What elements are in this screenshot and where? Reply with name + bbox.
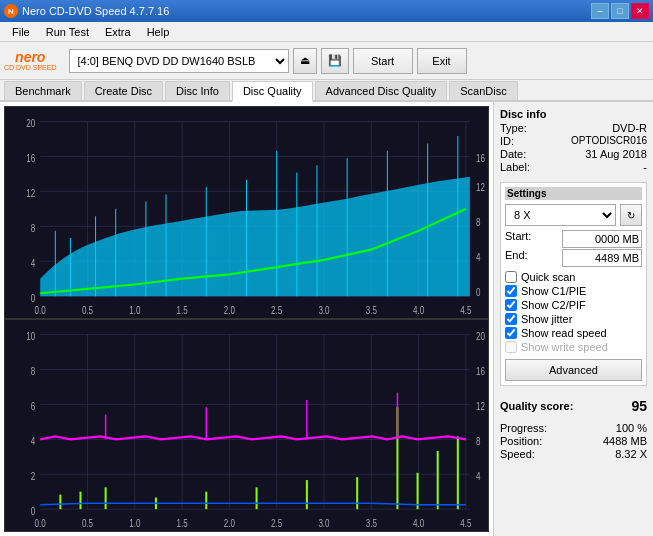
close-button[interactable]: ✕: [631, 3, 649, 19]
svg-text:4: 4: [31, 435, 36, 448]
svg-text:0.5: 0.5: [82, 303, 94, 316]
show-c2-label: Show C2/PIF: [521, 299, 586, 311]
show-c1-label: Show C1/PIE: [521, 285, 586, 297]
svg-text:4.0: 4.0: [413, 516, 425, 529]
svg-text:4: 4: [476, 470, 481, 483]
tab-benchmark[interactable]: Benchmark: [4, 81, 82, 100]
disc-info-section: Disc info Type: DVD-R ID: OPTODISCR016 D…: [500, 108, 647, 174]
svg-text:3.5: 3.5: [366, 516, 378, 529]
tab-scan-disc[interactable]: ScanDisc: [449, 81, 517, 100]
minimize-button[interactable]: –: [591, 3, 609, 19]
progress-label: Progress:: [500, 422, 547, 434]
svg-text:12: 12: [476, 400, 485, 413]
show-read-row: Show read speed: [505, 327, 642, 339]
svg-text:1.0: 1.0: [129, 516, 141, 529]
quality-score-label: Quality score:: [500, 400, 573, 412]
show-write-label: Show write speed: [521, 341, 608, 353]
date-label: Date:: [500, 148, 526, 160]
show-c1-row: Show C1/PIE: [505, 285, 642, 297]
svg-text:3.5: 3.5: [366, 303, 378, 316]
exit-button[interactable]: Exit: [417, 48, 467, 74]
advanced-button[interactable]: Advanced: [505, 359, 642, 381]
refresh-button[interactable]: ↻: [620, 204, 642, 226]
svg-text:4.0: 4.0: [413, 303, 425, 316]
show-c2-checkbox[interactable]: [505, 299, 517, 311]
show-read-checkbox[interactable]: [505, 327, 517, 339]
show-write-checkbox[interactable]: [505, 341, 517, 353]
drive-select[interactable]: [4:0] BENQ DVD DD DW1640 BSLB: [69, 49, 289, 73]
tab-disc-quality[interactable]: Disc Quality: [232, 81, 313, 102]
svg-text:10: 10: [26, 330, 35, 343]
svg-text:2.0: 2.0: [224, 516, 236, 529]
disc-label-value: -: [643, 161, 647, 173]
svg-text:6: 6: [31, 400, 36, 413]
svg-text:4: 4: [476, 251, 481, 264]
show-jitter-row: Show jitter: [505, 313, 642, 325]
title-bar: N Nero CD-DVD Speed 4.7.7.16 – □ ✕: [0, 0, 653, 22]
tab-create-disc[interactable]: Create Disc: [84, 81, 163, 100]
chart1-svg: 20 16 12 8 4 0 16 12 8 4 0 0.0 0.5 1.0 1…: [5, 107, 488, 318]
svg-text:12: 12: [476, 181, 485, 194]
nero-logo-sub: CD·DVD SPEED: [4, 64, 57, 71]
eject-icon: ⏏: [300, 54, 310, 67]
position-label: Position:: [500, 435, 542, 447]
menu-run-test[interactable]: Run Test: [38, 24, 97, 40]
chart2-svg: 10 8 6 4 2 0 20 16 12 8 4 0.0 0.5 1.0 1.…: [5, 320, 488, 531]
svg-text:2.5: 2.5: [271, 303, 283, 316]
nero-logo-text: nero: [15, 50, 45, 64]
end-label: End:: [505, 249, 528, 267]
quick-scan-checkbox[interactable]: [505, 271, 517, 283]
svg-text:2: 2: [31, 470, 36, 483]
app-title: Nero CD-DVD Speed 4.7.7.16: [22, 5, 169, 17]
position-value: 4488 MB: [603, 435, 647, 447]
position-row: Position: 4488 MB: [500, 435, 647, 447]
svg-text:2.5: 2.5: [271, 516, 283, 529]
start-button[interactable]: Start: [353, 48, 413, 74]
menu-bar: File Run Test Extra Help: [0, 22, 653, 42]
svg-text:16: 16: [476, 365, 485, 378]
svg-text:0.0: 0.0: [35, 516, 47, 529]
svg-text:20: 20: [26, 117, 35, 130]
svg-text:16: 16: [476, 152, 485, 165]
toolbar: nero CD·DVD SPEED [4:0] BENQ DVD DD DW16…: [0, 42, 653, 80]
quick-scan-row: Quick scan: [505, 271, 642, 283]
svg-text:3.0: 3.0: [318, 303, 330, 316]
tab-disc-info[interactable]: Disc Info: [165, 81, 230, 100]
charts-area: 20 16 12 8 4 0 16 12 8 4 0 0.0 0.5 1.0 1…: [0, 102, 493, 536]
start-input[interactable]: [562, 230, 642, 248]
progress-section: Progress: 100 % Position: 4488 MB Speed:…: [500, 422, 647, 461]
show-c1-checkbox[interactable]: [505, 285, 517, 297]
svg-rect-52: [5, 320, 488, 531]
start-label: Start:: [505, 230, 531, 248]
menu-help[interactable]: Help: [139, 24, 178, 40]
speed-select[interactable]: 8 X: [505, 204, 616, 226]
maximize-button[interactable]: □: [611, 3, 629, 19]
right-panel: Disc info Type: DVD-R ID: OPTODISCR016 D…: [493, 102, 653, 536]
show-read-label: Show read speed: [521, 327, 607, 339]
speed-value: 8.32 X: [615, 448, 647, 460]
speed-row: 8 X ↻: [505, 204, 642, 226]
show-write-row: Show write speed: [505, 341, 642, 353]
svg-text:1.5: 1.5: [177, 516, 189, 529]
quality-score-section: Quality score: 95: [500, 398, 647, 414]
menu-extra[interactable]: Extra: [97, 24, 139, 40]
quality-score-value: 95: [631, 398, 647, 414]
end-input[interactable]: [562, 249, 642, 267]
type-row: Type: DVD-R: [500, 122, 647, 134]
show-jitter-checkbox[interactable]: [505, 313, 517, 325]
save-button[interactable]: 💾: [321, 48, 349, 74]
svg-text:20: 20: [476, 330, 485, 343]
tab-advanced-disc-quality[interactable]: Advanced Disc Quality: [315, 81, 448, 100]
speed-label: Speed:: [500, 448, 535, 460]
speed-row: Speed: 8.32 X: [500, 448, 647, 460]
svg-text:8: 8: [476, 216, 481, 229]
svg-text:12: 12: [26, 187, 35, 200]
svg-text:16: 16: [26, 152, 35, 165]
chart1-container: 20 16 12 8 4 0 16 12 8 4 0 0.0 0.5 1.0 1…: [4, 106, 489, 319]
id-row: ID: OPTODISCR016: [500, 135, 647, 147]
svg-text:4: 4: [31, 257, 36, 270]
menu-file[interactable]: File: [4, 24, 38, 40]
svg-text:3.0: 3.0: [318, 516, 330, 529]
disc-info-label: Disc info: [500, 108, 647, 120]
eject-button[interactable]: ⏏: [293, 48, 317, 74]
